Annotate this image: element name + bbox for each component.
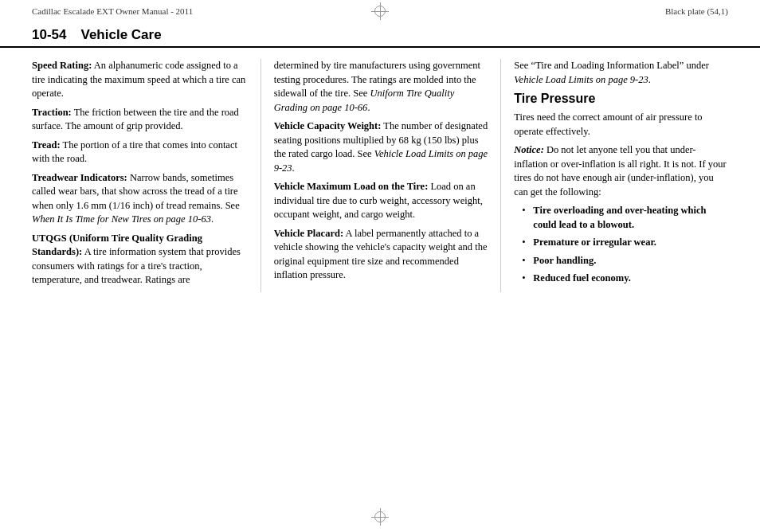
footer-crosshair: [371, 508, 389, 526]
treadwear-italic: When It Is Time for New Tires on page 10…: [32, 213, 211, 225]
bullet-overloading: Tire overloading and over-heating which …: [522, 204, 728, 232]
bullet-premature-text: Premature or irregular wear.: [533, 237, 656, 248]
entry-treadwear: Treadwear Indicators: Narrow bands, some…: [32, 171, 246, 227]
notice-paragraph: Notice: Do not let anyone tell you that …: [514, 143, 728, 199]
page-wrapper: Cadillac Escalade EXT Owner Manual - 201…: [0, 0, 760, 532]
column-3: See “Tire and Loading Information Label”…: [501, 59, 728, 292]
entry-tread: Tread: The portion of a tire that comes …: [32, 139, 246, 166]
col3-intro-italic: Vehicle Load Limits on page 9-23: [514, 74, 648, 85]
entry-speed-rating: Speed Rating: An alphanumeric code assig…: [32, 59, 246, 101]
text-tread: The portion of a tire that comes into co…: [32, 139, 237, 165]
footer-crosshair-icon: [371, 508, 389, 526]
notice-text: Do not let anyone tell you that under-in…: [514, 144, 726, 198]
term-tread: Tread:: [32, 139, 61, 151]
bullet-premature: Premature or irregular wear.: [522, 236, 728, 250]
bullet-overloading-text: Tire overloading and over-heating which …: [533, 205, 706, 230]
col2-intro-end: .: [367, 102, 370, 113]
footer-crosshair-circle: [374, 511, 386, 522]
entry-vmlt: Vehicle Maximum Load on the Tire: Load o…: [274, 180, 488, 222]
column-1: Speed Rating: An alphanumeric code assig…: [32, 59, 261, 292]
section-title: Vehicle Care: [80, 27, 161, 43]
entry-vp: Vehicle Placard: A label permanently att…: [274, 227, 488, 283]
crosshair-circle: [374, 6, 386, 17]
term-speed-rating: Speed Rating:: [32, 60, 92, 71]
section-header: 10-54 Vehicle Care: [0, 21, 760, 48]
bullet-handling: Poor handling.: [522, 254, 728, 268]
crosshair-icon: [371, 2, 389, 20]
section-number: 10-54: [32, 27, 66, 43]
tire-pressure-intro: Tires need the correct amount of air pre…: [514, 111, 728, 139]
bullet-fuel: Reduced fuel economy.: [522, 272, 728, 286]
page-header: Cadillac Escalade EXT Owner Manual - 201…: [0, 0, 760, 21]
bullet-handling-text: Poor handling.: [533, 255, 596, 266]
term-treadwear: Treadwear Indicators:: [32, 172, 127, 183]
term-traction: Traction:: [32, 107, 72, 118]
bullet-fuel-text: Reduced fuel economy.: [533, 272, 631, 284]
col3-intro-text: See “Tire and Loading Information Label”…: [514, 60, 709, 71]
col2-intro: determined by tire manufacturers using g…: [274, 59, 488, 115]
term-vp: Vehicle Placard:: [274, 228, 343, 239]
treadwear-end: .: [211, 213, 214, 225]
entry-utqgs: UTQGS (Uniform Tire Quality Grading Stan…: [32, 232, 246, 288]
header-left: Cadillac Escalade EXT Owner Manual - 201…: [32, 6, 193, 16]
vcw-end: .: [292, 162, 295, 174]
header-right: Black plate (54,1): [665, 6, 728, 16]
consequences-list: Tire overloading and over-heating which …: [514, 204, 728, 286]
tire-pressure-heading: Tire Pressure: [514, 92, 728, 106]
column-2: determined by tire manufacturers using g…: [261, 59, 502, 292]
term-vmlt: Vehicle Maximum Load on the Tire:: [274, 181, 429, 192]
entry-vcw: Vehicle Capacity Weight: The number of d…: [274, 119, 488, 175]
content-area: Speed Rating: An alphanumeric code assig…: [0, 59, 760, 292]
col3-intro: See “Tire and Loading Information Label”…: [514, 59, 728, 87]
term-vcw: Vehicle Capacity Weight:: [274, 120, 382, 131]
header-center: [371, 2, 389, 20]
col3-intro-end: .: [648, 74, 651, 85]
notice-label: Notice:: [514, 144, 543, 155]
entry-traction: Traction: The friction between the tire …: [32, 106, 246, 134]
